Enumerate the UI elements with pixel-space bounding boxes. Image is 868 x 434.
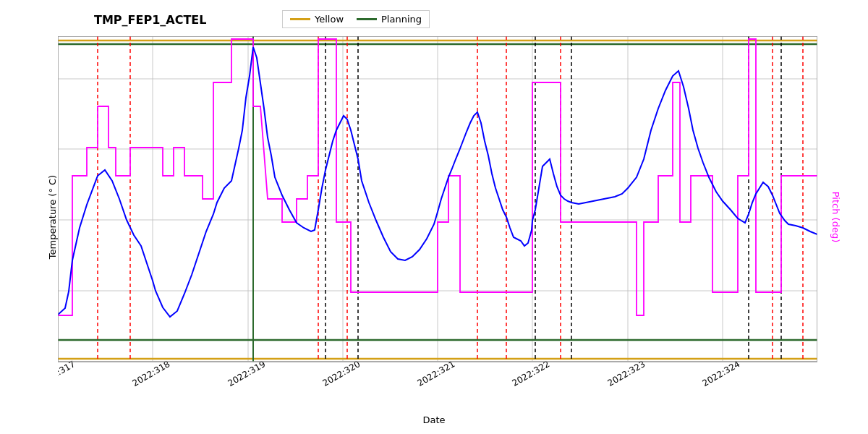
- planning-legend-label: Planning: [381, 14, 422, 25]
- svg-text:2022:321: 2022:321: [416, 359, 457, 388]
- planning-legend-line: [357, 18, 377, 20]
- svg-text:2022:318: 2022:318: [131, 359, 172, 388]
- chart-title: TMP_FEP1_ACTEL: [94, 13, 206, 27]
- svg-text:2022:323: 2022:323: [606, 359, 647, 388]
- svg-text:2022:322: 2022:322: [511, 359, 552, 388]
- x-axis-label: Date: [422, 414, 445, 425]
- legend-planning: Planning: [357, 14, 422, 25]
- y-axis-right-label: Pitch (deg): [830, 192, 841, 242]
- chart-container: TMP_FEP1_ACTEL Yellow Planning Temperatu…: [0, 0, 868, 434]
- svg-text:2022:320: 2022:320: [321, 359, 362, 388]
- svg-text:2022:319: 2022:319: [226, 359, 268, 388]
- main-chart: 0 10 20 30 40 40 60 80 100 120 140 160 1…: [58, 36, 817, 391]
- legend: Yellow Planning: [282, 10, 430, 28]
- yellow-legend-label: Yellow: [315, 14, 344, 25]
- svg-text:2022:324: 2022:324: [701, 359, 742, 388]
- svg-text:2022:317: 2022:317: [58, 359, 77, 388]
- legend-yellow: Yellow: [290, 14, 344, 25]
- y-axis-left-label: Temperature (° C): [47, 175, 58, 259]
- yellow-legend-line: [290, 18, 310, 20]
